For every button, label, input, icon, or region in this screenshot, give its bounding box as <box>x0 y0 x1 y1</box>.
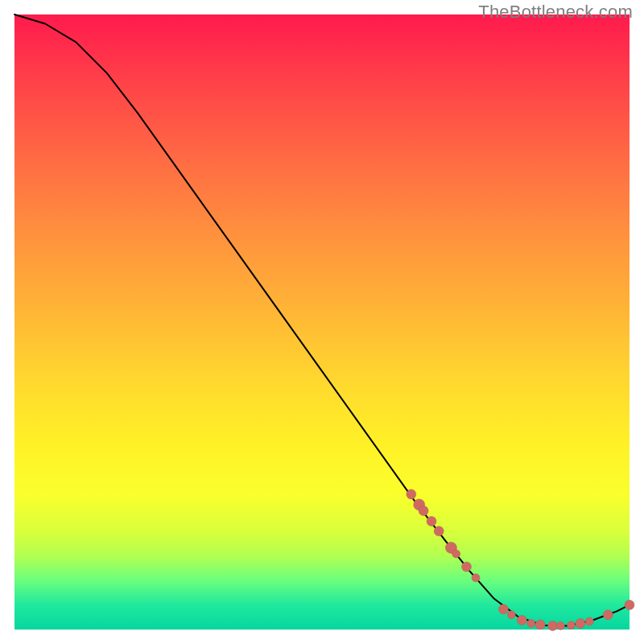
data-marker <box>556 621 564 630</box>
data-marker <box>472 574 480 582</box>
data-marker <box>498 605 508 614</box>
chart-stage: TheBottleneck.com <box>0 0 644 644</box>
bottleneck-curve <box>14 14 630 625</box>
data-marker <box>603 610 613 620</box>
data-marker <box>567 621 575 630</box>
data-marker <box>419 506 428 516</box>
watermark-text: TheBottleneck.com <box>478 2 633 23</box>
data-marker <box>535 620 545 630</box>
chart-overlay <box>14 14 630 630</box>
data-marker <box>517 616 526 625</box>
data-marker <box>548 621 558 630</box>
data-marker <box>434 526 444 536</box>
data-marker <box>452 550 460 558</box>
data-marker <box>407 489 416 499</box>
data-marker <box>507 611 515 619</box>
data-marker <box>527 619 535 627</box>
data-marker <box>585 617 593 625</box>
data-marker-group <box>407 489 634 631</box>
data-marker <box>462 562 472 572</box>
data-marker <box>625 600 634 609</box>
data-marker <box>427 517 436 526</box>
data-marker <box>576 618 585 628</box>
